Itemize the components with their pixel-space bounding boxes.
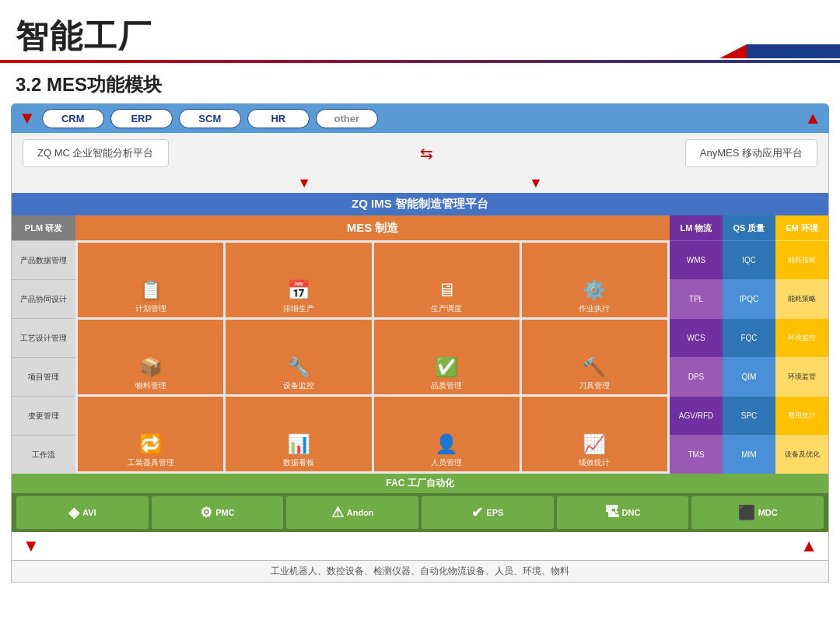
mes-label-7: 刀具管理 [579,380,610,391]
sys-crm[interactable]: CRM [42,109,104,128]
qs-column: QS 质量 IQC IPQC FQC QIM SPC MIM [723,215,775,474]
em-item-0: 能耗指标 [775,240,828,279]
avi-cell-2[interactable]: ⚠ Andon [286,496,418,529]
mes-cell-4[interactable]: 📦 物料管理 [78,320,223,394]
avi-cell-1[interactable]: ⚙ PMC [152,496,284,529]
mes-cell-8[interactable]: 🔁 工装器具管理 [78,397,223,471]
mes-center: MES 制造 📋 计划管理 📅 排细生产 🖥 生产调度 ⚙️ 作业执行 [75,215,670,474]
plm-item-3: 项目管理 [12,357,75,396]
platform-anymes: AnyMES 移动应用平台 [685,139,817,167]
avi-label-1: PMC [215,508,234,517]
plm-header: PLM 研发 [12,215,75,240]
down-arrow-left: ▼ [297,175,311,191]
personnel-icon: 👤 [435,435,458,453]
arrow-down-left: ▼ [19,108,36,128]
lm-item-5: TMS [670,435,723,474]
andon-icon: ⚠ [331,504,344,521]
mes-label-10: 人员管理 [431,457,462,468]
qs-item-2: FQC [723,318,775,357]
mes-label-6: 品质管理 [431,380,462,391]
down-arrow-right: ▼ [529,175,543,191]
quality-icon: ✅ [435,358,458,376]
em-item-3: 环境监管 [775,357,828,396]
mes-cell-11[interactable]: 📈 绩效统计 [522,397,667,471]
schedule-icon: 📅 [287,281,310,299]
sys-other[interactable]: other [316,109,378,128]
pmc-icon: ⚙ [200,504,212,521]
mes-label-0: 计划管理 [135,303,166,314]
platform-row: ZQ MC 企业智能分析平台 ⇆ AnyMES 移动应用平台 [11,133,829,173]
avi-cell-3[interactable]: ✔ EPS [422,496,554,529]
em-header: EM 环境 [775,215,828,240]
mes-cell-7[interactable]: 🔨 刀具管理 [522,320,667,394]
arrow-up-right: ▲ [804,108,821,128]
qs-item-4: SPC [723,396,775,435]
fac-row: FAC 工厂自动化 [11,474,829,493]
page-title: 智能工厂 [16,15,152,58]
lm-item-3: DPS [670,357,723,396]
avi-label-3: EPS [486,508,503,517]
plan-icon: 📋 [139,281,163,299]
lm-item-1: TPL [670,279,723,318]
mes-label-5: 设备监控 [283,380,314,391]
lm-column: LM 物流 WMS TPL WCS DPS AGV/RFD TMS [670,215,723,474]
avi-cell-0[interactable]: ◈ AVI [16,496,149,529]
platform-down-arrows: ▼ ▼ [11,173,829,193]
ims-title-row: ZQ IMS 智能制造管理平台 [11,193,829,215]
dnc-icon: 🏗 [605,505,619,521]
section-title: 3.2 MES功能模块 [0,63,840,103]
avi-cell-5[interactable]: ⬛ MDC [691,496,824,529]
header-decoration-red [719,44,747,58]
mes-label-3: 作业执行 [579,303,610,314]
mes-cell-2[interactable]: 🖥 生产调度 [374,243,520,317]
lm-header: LM 物流 [670,215,723,240]
em-item-1: 能耗策略 [775,279,828,318]
mes-cell-6[interactable]: ✅ 品质管理 [374,320,520,394]
equipment-icon: 🔧 [287,358,310,376]
header-decoration-navy [747,44,840,58]
plm-item-0: 产品数据管理 [12,240,75,279]
avi-label-2: Andon [347,508,374,517]
sys-scm[interactable]: SCM [179,109,241,128]
em-item-5: 设备及优化 [775,435,828,474]
mes-cell-0[interactable]: 📋 计划管理 [78,243,223,317]
avi-row: ◈ AVI ⚙ PMC ⚠ Andon ✔ EPS 🏗 DNC ⬛ MDC [11,493,829,532]
lm-item-0: WMS [670,240,723,279]
mes-cell-5[interactable]: 🔧 设备监控 [226,320,371,394]
top-systems-bar: ▼ CRM ERP SCM HR other ▲ [11,103,829,133]
mes-cell-3[interactable]: ⚙️ 作业执行 [522,243,667,317]
qs-item-0: IQC [723,240,775,279]
header: 智能工厂 [0,0,840,58]
main-grid-area: PLM 研发 产品数据管理 产品协同设计 工艺设计管理 项目管理 变更管理 工作… [11,215,829,474]
mes-header: MES 制造 [75,215,670,240]
bottom-arrows-row: ▼ ▲ [11,532,829,561]
platform-zqmc: ZQ MC 企业智能分析平台 [23,139,169,167]
mes-cell-9[interactable]: 📊 数据看板 [226,397,371,471]
mes-cell-1[interactable]: 📅 排细生产 [226,243,371,317]
plm-column: PLM 研发 产品数据管理 产品协同设计 工艺设计管理 项目管理 变更管理 工作… [12,215,75,474]
mes-label-9: 数据看板 [283,457,314,468]
mes-label-2: 生产调度 [431,303,462,314]
em-item-2: 环境监控 [775,318,828,357]
fixture-icon: 🔁 [139,435,163,453]
bottom-arrow-left: ▼ [23,536,40,556]
plm-item-5: 工作流 [12,435,75,474]
operation-icon: ⚙️ [583,281,606,299]
avi-cell-4[interactable]: 🏗 DNC [557,496,689,529]
plm-item-4: 变更管理 [12,396,75,435]
mes-label-11: 绩效统计 [579,457,610,468]
mes-label-8: 工装器具管理 [128,457,174,468]
mes-cell-10[interactable]: 👤 人员管理 [374,397,520,471]
qs-item-5: MIM [723,435,775,474]
sys-erp[interactable]: ERP [110,109,173,128]
sys-hr[interactable]: HR [247,109,310,128]
eps-icon: ✔ [471,504,483,521]
mes-label-4: 物料管理 [135,380,166,391]
avi-icon-0: ◈ [68,504,79,521]
performance-icon: 📈 [583,435,606,453]
platform-bidirectional-arrow: ⇆ [411,144,443,163]
qs-item-1: IPQC [723,279,775,318]
material-icon: 📦 [139,358,163,376]
qs-item-3: QIM [723,357,775,396]
em-column: EM 环境 能耗指标 能耗策略 环境监控 环境监管 费用统计 设备及优化 [775,215,828,474]
